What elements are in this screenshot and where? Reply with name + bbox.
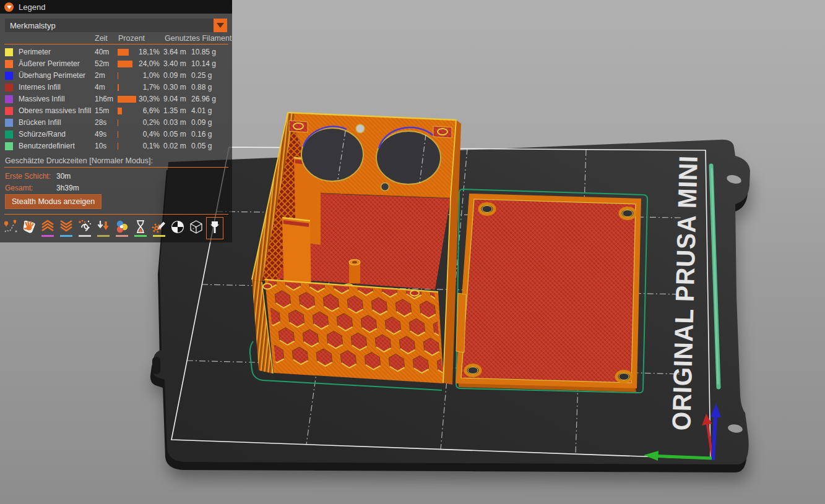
feature-time: 1h6m [95, 95, 113, 103]
first-layer-value: 30m [56, 172, 71, 181]
fan-hole [301, 128, 363, 181]
feature-color-swatch [5, 72, 13, 80]
feature-color-swatch [5, 142, 13, 150]
legend-row[interactable]: Überhang Perimeter 2m 1,0% 0.09 m 0.25 g [0, 70, 232, 82]
percent-bar [118, 72, 118, 79]
legend-row[interactable]: Äußerer Perimeter 52m 24,0% 3.40 m 10.14… [0, 58, 232, 70]
feature-grams: 0.16 g [191, 130, 212, 139]
feature-color-swatch [5, 119, 13, 127]
feature-meters: 0.09 m [163, 71, 186, 80]
column-header-percent: Prozent [118, 34, 145, 43]
view-type-dropdown[interactable]: Merkmalstyp [5, 19, 227, 32]
feature-label: Internes Infill [19, 83, 61, 92]
feature-label: Benutzerdefiniert [19, 142, 75, 150]
legend-titlebar[interactable]: Legend [0, 0, 232, 14]
feature-percent: 0,4% [129, 130, 160, 139]
chevron-down-icon [217, 23, 224, 28]
percent-bar [118, 143, 118, 150]
box-standoff-hole [352, 261, 357, 263]
custom-gcodes-icon[interactable] [150, 217, 168, 239]
dropdown-button[interactable] [214, 19, 227, 32]
axis-x-green [657, 456, 712, 459]
lid-tab [456, 293, 466, 352]
feature-percent: 0,2% [129, 118, 160, 127]
wipe-moves-icon[interactable] [20, 217, 38, 239]
seams-icon[interactable] [76, 217, 93, 239]
feature-grams: 0.05 g [191, 142, 212, 150]
axis-z-blue [713, 416, 715, 460]
feature-color-swatch [5, 107, 13, 115]
divider [4, 167, 228, 168]
feature-meters: 0.05 m [163, 130, 186, 139]
fan-hole [376, 131, 441, 184]
view-type-dropdown-value: Merkmalstyp [10, 21, 56, 30]
legend-toolbar [2, 217, 223, 239]
legend-title: Legend [19, 2, 45, 12]
feature-meters: 9.04 m [163, 95, 186, 103]
legend-row[interactable]: Oberes massives Infill 15m 6,6% 1.35 m 4… [0, 105, 232, 117]
feature-percent: 0,1% [129, 142, 160, 150]
feature-time: 15m [95, 106, 109, 115]
feature-label: Überhang Perimeter [19, 71, 85, 80]
feature-meters: 0.03 m [163, 118, 186, 127]
feature-label: Perimeter [19, 48, 51, 56]
legend-row[interactable]: Benutzerdefiniert 10s 0,1% 0.02 m 0.05 g [0, 140, 232, 152]
pause-prints-icon[interactable] [132, 217, 149, 239]
lid-top-infill [461, 199, 636, 383]
travel-paths-icon[interactable] [2, 217, 19, 239]
tool-changes-icon[interactable] [95, 217, 112, 239]
tool-marker-icon[interactable] [206, 217, 223, 239]
center-of-gravity-icon[interactable] [169, 217, 186, 239]
legend-row[interactable]: Schürze/Rand 49s 0,4% 0.05 m 0.16 g [0, 129, 232, 140]
feature-time: 4m [95, 83, 105, 92]
feature-grams: 0.09 g [191, 118, 212, 127]
app-window: ORIGINAL PRUSA MINI [0, 0, 825, 504]
feature-meters: 1.35 m [163, 106, 186, 115]
object-enclosure-box[interactable] [252, 113, 465, 385]
feature-percent: 18,1% [129, 48, 160, 56]
feature-time: 40m [95, 48, 109, 56]
deretractions-icon[interactable] [58, 217, 75, 239]
feature-label: Äußerer Perimeter [19, 59, 80, 68]
object-lid-plate[interactable] [456, 194, 641, 392]
legend-row[interactable]: Perimeter 40m 18,1% 3.64 m 10.85 g [0, 46, 232, 58]
stealth-mode-button[interactable]: Stealth Modus anzeigen [5, 194, 102, 209]
estimates-heading: Geschätzte Druckzeiten [Normaler Modus]: [5, 156, 153, 165]
percent-bar [118, 49, 129, 56]
divider [4, 44, 228, 45]
feature-grams: 26.96 g [191, 95, 216, 103]
feature-percent: 1,0% [129, 71, 160, 80]
retractions-icon[interactable] [39, 217, 56, 239]
corner-pad [289, 121, 308, 132]
feature-percent: 24,0% [129, 59, 160, 68]
feature-time: 52m [95, 59, 109, 68]
legend-panel: Legend Merkmalstyp Zeit Prozent Genutzte… [0, 0, 232, 242]
small-hole [381, 183, 389, 191]
feature-color-swatch [5, 83, 13, 92]
shells-icon[interactable] [188, 217, 205, 239]
feature-meters: 3.64 m [163, 48, 186, 56]
feature-grams: 0.25 g [191, 71, 212, 80]
feature-color-swatch [5, 60, 13, 68]
feature-time: 49s [95, 130, 106, 139]
total-time-value: 3h39m [56, 184, 79, 192]
feature-label: Massives Infill [19, 95, 65, 103]
feature-grams: 0.88 g [191, 83, 212, 92]
feature-meters: 0.30 m [163, 83, 186, 92]
feature-percent: 6,6% [129, 106, 160, 115]
feature-meters: 3.40 m [163, 59, 186, 68]
divider [4, 214, 228, 215]
bed-peg [152, 357, 160, 374]
feature-color-swatch [5, 130, 13, 139]
feature-grams: 4.01 g [191, 106, 212, 115]
percent-bar [118, 119, 118, 126]
feature-percent: 1,7% [129, 83, 160, 92]
percent-bar [118, 84, 119, 91]
feature-label: Oberes massives Infill [19, 106, 91, 115]
legend-row[interactable]: Massives Infill 1h6m 30,3% 9.04 m 26.96 … [0, 93, 232, 105]
screw-ring [410, 291, 419, 296]
feature-meters: 0.02 m [163, 142, 186, 150]
legend-row[interactable]: Brücken Infill 28s 0,2% 0.03 m 0.09 g [0, 117, 232, 129]
legend-row[interactable]: Internes Infill 4m 1,7% 0.30 m 0.88 g [0, 82, 232, 93]
color-changes-icon[interactable] [113, 217, 131, 239]
